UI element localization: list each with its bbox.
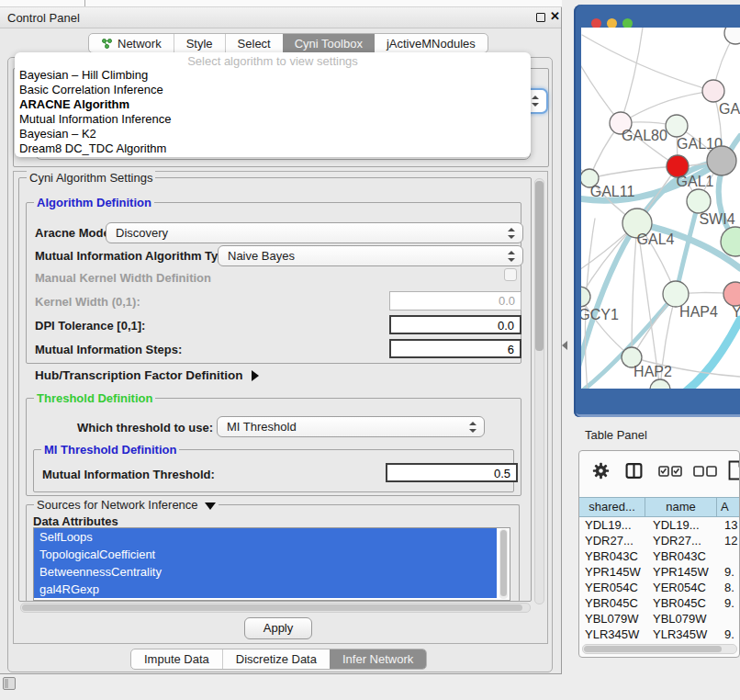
algorithm-option[interactable]: Bayesian – Hill Climbing: [15, 68, 531, 83]
table-row[interactable]: YDL19...YDL19...13: [579, 518, 740, 534]
node-label-pink-right: Y: [732, 304, 740, 320]
which-threshold-combobox[interactable]: MI Threshold: [217, 416, 485, 437]
attribute-list-item[interactable]: TopologicalCoefficient: [34, 546, 497, 563]
node-label-GAL1: GAL1: [677, 174, 714, 189]
table-cell: 9.: [724, 596, 740, 610]
table-cell: YBL079W: [653, 612, 717, 626]
table-row[interactable]: YDR27...YDR27...12: [579, 534, 740, 549]
node-n-top[interactable]: [724, 28, 740, 44]
node-n-bottom[interactable]: [650, 379, 670, 389]
network-graph-icon: [101, 38, 113, 50]
node-SWI4[interactable]: [687, 189, 711, 213]
node-GAL10[interactable]: [666, 115, 688, 137]
tab-jactivemnodules[interactable]: jActiveMNodules: [375, 34, 488, 52]
column-header-3[interactable]: A: [717, 497, 740, 517]
mi-steps-field[interactable]: 6: [389, 339, 521, 358]
table-row[interactable]: YBR045CYBR045C9.: [579, 596, 740, 612]
dpi-tolerance-field[interactable]: 0.0: [389, 315, 521, 334]
algorithm-option[interactable]: Basic Correlation Inference: [15, 83, 531, 97]
network-edge[interactable]: [676, 201, 699, 294]
split-columns-icon[interactable]: [625, 462, 643, 480]
network-edge[interactable]: [589, 166, 678, 178]
settings-hscrollbar-thumb[interactable]: [22, 604, 522, 611]
aracne-mode-label: Aracne Mode:: [35, 226, 114, 240]
table-cell: YBR045C: [653, 596, 717, 610]
manual-kernel-checkbox[interactable]: [504, 268, 517, 281]
node-green-right[interactable]: [721, 227, 740, 256]
aracne-mode-combobox[interactable]: Discovery: [106, 222, 523, 243]
algorithm-option[interactable]: Mutual Information Inference: [15, 112, 531, 127]
node-HAP4[interactable]: [663, 281, 689, 307]
table-panel: shared...nameA YDL19...YDL19...13YDR27..…: [578, 450, 740, 658]
mi-steps-label: Mutual Information Steps:: [35, 343, 182, 356]
tab-network[interactable]: Network: [89, 34, 174, 52]
column-header-2[interactable]: name: [645, 497, 717, 517]
float-window-icon[interactable]: [536, 13, 545, 22]
settings-vscrollbar-thumb[interactable]: [535, 181, 544, 351]
network-edge[interactable]: [621, 91, 713, 123]
algorithm-option[interactable]: ARACNE Algorithm: [15, 97, 531, 112]
new-table-icon[interactable]: [728, 460, 740, 480]
deselect-all-icon[interactable]: [693, 466, 718, 477]
network-edge[interactable]: [621, 28, 643, 123]
table-row[interactable]: YER054CYER054C8.: [579, 581, 740, 596]
combo-spinner-icon: [532, 96, 538, 107]
split-pane-collapse-arrow[interactable]: [562, 341, 567, 350]
tab-cyni-toolbox[interactable]: Cyni Toolbox: [283, 34, 375, 52]
mi-type-combobox[interactable]: Naive Bayes: [218, 245, 523, 266]
table-cell: YLR345W: [585, 627, 644, 641]
control-panel-title: Control Panel: [7, 11, 80, 25]
kernel-width-field[interactable]: 0.0: [389, 291, 521, 310]
table-hscrollbar-thumb[interactable]: [584, 646, 722, 652]
hub-definition-expander[interactable]: Hub/Transcription Factor Definition: [35, 368, 259, 382]
network-edge[interactable]: [681, 320, 740, 389]
node-gal-cut[interactable]: [702, 80, 724, 102]
tab-label: Cyni Toolbox: [295, 34, 363, 53]
tab-label: Network: [118, 34, 162, 53]
which-threshold-value: MI Threshold: [227, 420, 297, 434]
table-row[interactable]: YBR043CYBR043C: [579, 549, 740, 565]
attribute-list-item[interactable]: SelfLoops: [34, 528, 497, 546]
bottom-tab-discretize-data[interactable]: Discretize Data: [222, 649, 330, 669]
mi-threshold-field[interactable]: 0.5: [386, 463, 518, 482]
tab-label: Style: [186, 34, 213, 53]
cyni-settings-group-title: Cyni Algorithm Settings: [27, 171, 155, 185]
tab-select[interactable]: Select: [225, 34, 283, 52]
network-canvas[interactable]: GALGAL80GAL10GAL1GAL11SWI4GAL4GCY1HAP4YH…: [581, 28, 740, 389]
table-row[interactable]: YPR145WYPR145W9.: [579, 565, 740, 581]
node-gray-node[interactable]: [707, 146, 736, 175]
expander-arrow-icon: [252, 370, 259, 381]
bottom-tab-infer-network[interactable]: Infer Network: [330, 649, 426, 669]
attribute-list-item[interactable]: BetweennessCentrality: [34, 563, 497, 581]
mi-threshold-definition-title: MI Threshold Definition: [41, 443, 179, 457]
apply-button[interactable]: Apply: [244, 617, 312, 639]
close-icon[interactable]: ✕: [550, 9, 560, 23]
control-panel-titlebar[interactable]: [0, 7, 561, 28]
bottom-tab-impute-data[interactable]: Impute Data: [131, 649, 222, 669]
attribute-list-item[interactable]: gal4RGexp: [34, 581, 497, 598]
node-GCY1[interactable]: [581, 287, 590, 307]
gear-icon[interactable]: [592, 462, 610, 480]
combo-spinner-icon: [469, 422, 476, 433]
select-all-icon[interactable]: [658, 466, 683, 477]
algorithm-option[interactable]: Dream8 DC_TDC Algorithm: [15, 141, 531, 156]
table-row[interactable]: YBL079WYBL079W: [579, 612, 740, 627]
network-edge[interactable]: [581, 55, 621, 123]
mi-type-value: Naive Bayes: [228, 249, 295, 263]
algorithm-option[interactable]: Bayesian – K2: [15, 127, 531, 141]
which-threshold-label: Which threshold to use:: [77, 421, 213, 435]
network-edge[interactable]: [582, 35, 713, 91]
sources-group-title[interactable]: Sources for Network Inference: [34, 498, 219, 512]
node-label-SWI4: SWI4: [699, 211, 734, 227]
data-attributes-list[interactable]: SelfLoopsTopologicalCoefficientBetweenne…: [33, 527, 510, 601]
attributes-scrollbar-thumb[interactable]: [500, 530, 507, 596]
mi-type-label: Mutual Information Algorithm Type:: [35, 249, 236, 263]
node-label-HAP2: HAP2: [633, 364, 672, 379]
tab-style[interactable]: Style: [174, 34, 225, 52]
table-row[interactable]: YLR345WYLR345W9.: [579, 627, 740, 643]
node-pink-right[interactable]: [723, 282, 740, 306]
kernel-width-label: Kernel Width (0,1):: [35, 295, 140, 309]
application-root: Control Panel ✕ NetworkStyleSelectCyni T…: [0, 0, 740, 700]
column-header-1[interactable]: shared...: [579, 497, 645, 517]
toolbar-divider: [84, 0, 85, 6]
